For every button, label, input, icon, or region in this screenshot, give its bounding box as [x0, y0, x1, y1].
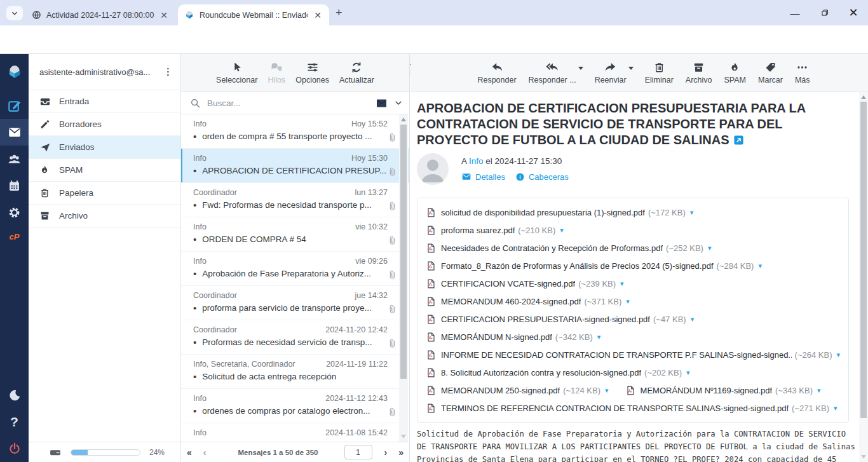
contacts-nav-button[interactable]	[0, 146, 29, 172]
spam-button[interactable]: SPAM	[724, 61, 747, 85]
attachment-menu-icon[interactable]: ▾	[691, 315, 695, 323]
message-body: Solicitud de Aprobación de Fase Preparat…	[417, 428, 855, 462]
sidebar-item-entrada[interactable]: Entrada	[29, 90, 180, 113]
attachment-item[interactable]: CERTIFICACION PRESUPUESTARIA-signed-sign…	[426, 314, 694, 325]
last-page-icon[interactable]: »	[393, 447, 409, 458]
sidebar-item-archivo[interactable]: Archivo	[29, 205, 180, 228]
mark-button[interactable]: Marcar	[758, 61, 783, 85]
sidebar-item-papelera[interactable]: Papelera	[29, 182, 180, 205]
attachment-item[interactable]: MEMORÁNDUM N-signed.pdf(~342 KB)▾	[426, 332, 600, 343]
list-item[interactable]: Coordinadorlun 13:27•Fwd: Proformas de n…	[181, 183, 409, 217]
attachment-item[interactable]: CERTIFICACION VCATE-signed.pdf(~239 KB)▾	[426, 278, 624, 289]
reply-all-dropdown-icon[interactable]	[578, 67, 583, 70]
forward-button[interactable]: Reenviar	[595, 61, 627, 85]
delete-button[interactable]: Eliminar	[645, 61, 674, 85]
account-menu-icon[interactable]: ⋮	[161, 66, 175, 78]
headers-toggle[interactable]: Cabeceras	[515, 172, 569, 182]
browser-tab-inactive[interactable]: Actividad 2024-11-27 08:00:00 ✕	[25, 4, 175, 25]
cpanel-link[interactable]: cP	[0, 223, 29, 250]
list-item[interactable]: Coordinador2024-11-20 12:42•Proformas de…	[181, 320, 409, 355]
scroll-up-icon[interactable]	[401, 118, 406, 121]
settings-nav-button[interactable]	[0, 199, 29, 226]
list-item[interactable]: Infovie 09:26•Aprobación de Fase Prepara…	[181, 252, 409, 286]
calendar-nav-button[interactable]	[0, 172, 29, 199]
window-restore-button[interactable]	[810, 0, 839, 25]
attachment-menu-icon[interactable]: ▾	[686, 369, 690, 377]
scrollbar-thumb[interactable]	[860, 102, 867, 418]
reply-all-icon	[545, 61, 560, 74]
attachment-item[interactable]: Formato_8_Razón de Proformas y Análisis …	[426, 261, 762, 271]
list-item[interactable]: Info2024-11-08 15:42	[181, 423, 409, 442]
browser-tab-active[interactable]: Roundcube Webmail :: Enviados ✕	[178, 4, 329, 25]
attachment-item[interactable]: TERMINOS DE REFERENCIA CONTRACION DE TRA…	[426, 403, 837, 414]
sidebar-item-enviados[interactable]: Enviados	[29, 136, 180, 159]
archive-button[interactable]: Archivo	[686, 61, 712, 85]
new-tab-button[interactable]: +	[336, 6, 342, 20]
search-options-chevron-icon[interactable]	[394, 99, 403, 107]
search-scope-envelope-icon[interactable]	[376, 97, 388, 109]
reader-scrollbar[interactable]	[859, 92, 868, 462]
forward-dropdown-icon[interactable]	[628, 67, 634, 70]
attachments-box: solicitud de disponibilidad presupuestar…	[417, 198, 849, 423]
threads-button[interactable]: Hilos	[268, 61, 285, 85]
list-item[interactable]: Coordinadorjue 14:32•proforma para servi…	[181, 286, 409, 320]
scroll-down-icon[interactable]	[861, 455, 866, 459]
attachment-menu-icon[interactable]: ▾	[560, 226, 564, 234]
page-number-input[interactable]	[344, 445, 372, 459]
refresh-button[interactable]: Actualizar	[339, 61, 374, 85]
next-page-icon[interactable]: ›	[379, 447, 393, 458]
list-item[interactable]: InfoHoy 15:52•orden de compra # 55 trans…	[181, 114, 409, 149]
attachment-menu-icon[interactable]: ▾	[626, 297, 630, 306]
scroll-up-icon[interactable]	[861, 95, 866, 99]
list-item[interactable]: Info, Secretaria, Coordinador2024-11-19 …	[181, 355, 409, 389]
attachment-item[interactable]: MEMORANDUM 460-2024-signed.pdf(~371 KB)▾	[426, 296, 630, 307]
list-item-selected[interactable]: InfoHoy 15:30•APROBACION DE CERTIFICACIO…	[181, 149, 409, 183]
attachment-item[interactable]: proforma suarez.pdf(~210 KB)▾	[426, 225, 564, 236]
window-close-button[interactable]: ✕	[839, 0, 868, 25]
details-toggle[interactable]: Detalles	[461, 172, 505, 182]
attachment-menu-icon[interactable]: ▾	[690, 208, 694, 217]
attachment-menu-icon[interactable]: ▾	[597, 333, 601, 341]
attachment-item[interactable]: INFORME DE NECESIDAD CONTRATACION DE TRA…	[426, 350, 840, 360]
tab-close-icon[interactable]: ✕	[313, 10, 323, 20]
recipient-link[interactable]: Info	[469, 156, 484, 166]
list-item[interactable]: Infovie 10:32•ORDEN DE COMPRA # 54	[181, 217, 409, 252]
select-button[interactable]: Seleccionar	[216, 61, 257, 85]
attachment-item[interactable]: solicitud de disponibilidad presupuestar…	[426, 207, 693, 218]
external-link-icon[interactable]	[733, 135, 744, 146]
scroll-down-icon[interactable]	[401, 435, 406, 438]
help-button[interactable]: ?	[0, 409, 29, 435]
inbox-icon	[39, 96, 51, 107]
reply-button[interactable]: Responder	[477, 61, 516, 85]
attachment-menu-icon[interactable]: ▾	[620, 280, 624, 288]
attachment-menu-icon[interactable]: ▾	[758, 262, 762, 270]
sidebar-item-borradores[interactable]: Borradores	[29, 113, 180, 136]
attachment-menu-icon[interactable]: ▾	[836, 351, 840, 359]
first-page-icon[interactable]: «	[181, 447, 198, 458]
logout-button[interactable]	[0, 435, 29, 462]
sidebar-item-spam[interactable]: SPAM	[29, 159, 180, 182]
search-input[interactable]	[207, 99, 376, 108]
reader-toolbar: Responder Responder ... Reenviar Elimina…	[410, 54, 868, 92]
attachment-menu-icon[interactable]: ▾	[834, 404, 837, 412]
tab-search-button[interactable]	[6, 6, 23, 20]
prev-page-icon[interactable]: ‹	[198, 447, 212, 458]
attachment-item[interactable]: 8. Solicitud Autorización contra y resol…	[426, 367, 690, 378]
more-button[interactable]: Más	[795, 61, 810, 85]
scrollbar-thumb[interactable]	[400, 125, 407, 379]
attachment-item[interactable]: Necesidades de Contratación y Recepción …	[426, 243, 711, 254]
dark-mode-button[interactable]	[0, 382, 29, 409]
tab-close-icon[interactable]: ✕	[159, 10, 169, 20]
options-button[interactable]: Opciones	[295, 61, 329, 85]
window-minimize-button[interactable]: —	[780, 0, 810, 25]
attachment-menu-icon[interactable]: ▾	[817, 386, 821, 395]
reply-all-button[interactable]: Responder ...	[529, 61, 576, 85]
mail-nav-button[interactable]	[0, 119, 29, 146]
attachment-menu-icon[interactable]: ▾	[605, 386, 609, 395]
attachment-item[interactable]: MEMORÁNDUM Nº1169-signed.pdf(~343 KB)▾	[625, 385, 821, 396]
list-item[interactable]: Info2024-11-12 12:43•ordenes de compras …	[181, 389, 409, 423]
message-list-scrollbar[interactable]	[399, 114, 408, 442]
attachment-item[interactable]: MEMORANDUM 250-signed.pdf(~124 KB)▾	[426, 385, 609, 396]
attachment-menu-icon[interactable]: ▾	[708, 244, 712, 252]
compose-button[interactable]	[0, 92, 29, 119]
